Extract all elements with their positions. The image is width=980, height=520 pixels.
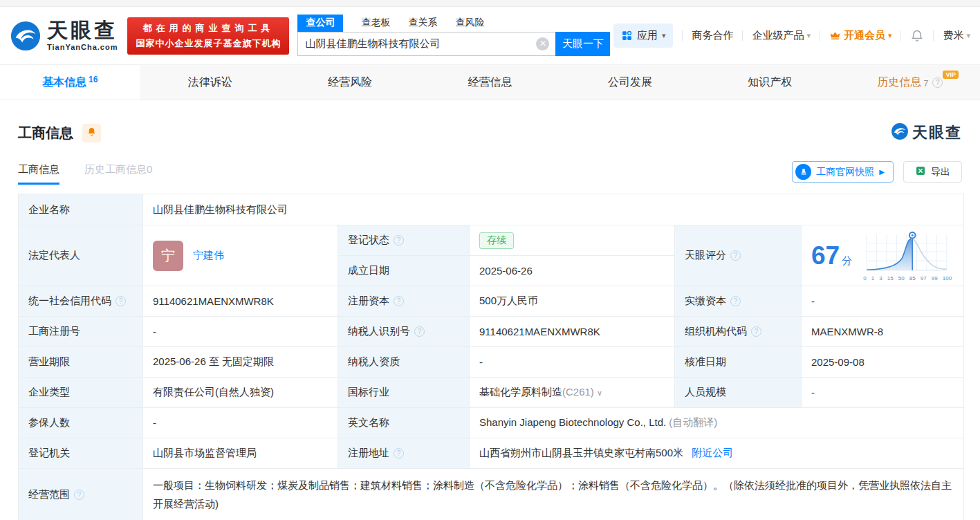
slogan-line2: 国家中小企业发展子基金旗下机构 — [136, 37, 281, 50]
notifications-button[interactable] — [910, 29, 924, 43]
tab-history-info[interactable]: VIP 历史信息 7 ? — [840, 65, 980, 100]
apps-button[interactable]: 应用 ▾ — [613, 24, 674, 48]
brand-slogan-banner: 都在用的商业查询工具 国家中小企业发展子基金旗下机构 — [127, 17, 289, 55]
field-label: 企业名称 — [19, 194, 143, 225]
score-distribution-chart: 0131550859799100 — [862, 230, 953, 281]
business-term-value: 2025-06-26 至 无固定期限 — [143, 347, 338, 378]
help-icon[interactable]: ? — [394, 448, 404, 458]
field-label: 工商注册号 — [19, 317, 143, 347]
help-icon[interactable]: ? — [74, 490, 84, 500]
help-icon[interactable]: ? — [414, 326, 425, 337]
establish-date-value: 2025-06-26 — [470, 256, 675, 286]
search-tab-risk[interactable]: 查风险 — [455, 17, 484, 32]
approval-date-value: 2025-09-08 — [802, 347, 964, 378]
paid-capital-value: - — [802, 286, 964, 317]
table-row: 登记机关 山阴县市场监督管理局 注册地址? 山西省朔州市山阴县玉井镇史家屯村南5… — [19, 438, 964, 469]
subtab-business-info[interactable]: 工商信息 — [18, 163, 59, 185]
divider — [900, 30, 901, 41]
section-title: 工商信息 — [18, 124, 73, 142]
legal-rep-avatar[interactable]: 宁 — [153, 241, 183, 271]
help-icon[interactable]: ? — [751, 326, 761, 337]
reg-authority-value: 山阴县市场监督管理局 — [143, 438, 338, 469]
excel-icon — [915, 165, 926, 178]
company-name-value: 山阴县佳鹏生物科技有限公司 — [143, 194, 964, 225]
table-row: 企业名称 山阴县佳鹏生物科技有限公司 — [19, 194, 964, 225]
search-block: 查公司 查老板 查关系 查风险 ✕ 天眼一下 — [297, 15, 610, 56]
nearby-companies-link[interactable]: 附近公司 — [692, 447, 733, 458]
top-nav: 应用 ▾ 商务合作 企业级产品 ▾ 开通会员 ▾ 费米 ▾ — [613, 24, 970, 48]
company-type-value: 有限责任公司(自然人独资) — [143, 378, 338, 408]
tab-basic-info[interactable]: 基本信息 16 — [0, 65, 140, 100]
field-label: 核准日期 — [675, 347, 802, 378]
field-label: 法定代表人 — [19, 225, 143, 286]
apps-grid-icon — [621, 30, 633, 41]
help-icon[interactable]: ? — [394, 235, 404, 245]
field-label: 实缴资本? — [675, 286, 802, 317]
tianyancha-logo[interactable]: 天眼查 TianYanCha.com — [10, 20, 118, 52]
official-snapshot-button[interactable]: 工商官网快照 ▶ — [792, 161, 894, 183]
reg-address-value: 山西省朔州市山阴县玉井镇史家屯村南500米 — [479, 447, 683, 458]
search-tab-relation[interactable]: 查关系 — [408, 17, 437, 32]
subtab-history-business-info[interactable]: 历史工商信息0 — [84, 163, 152, 185]
legal-rep-link[interactable]: 宁建伟 — [193, 249, 224, 262]
help-icon[interactable]: ? — [730, 250, 741, 261]
caret-down-icon: ▾ — [966, 31, 970, 40]
field-label: 登记状态? — [338, 225, 470, 256]
search-tab-boss[interactable]: 查老板 — [361, 17, 390, 32]
field-label: 英文名称 — [338, 408, 470, 438]
section-watermark-logo: 天眼查 — [891, 122, 962, 143]
business-info-table: 企业名称 山阴县佳鹏生物科技有限公司 法定代表人 宁 宁建伟 登记状态? 存续 … — [18, 194, 964, 520]
user-menu[interactable]: 费米 ▾ — [943, 29, 970, 42]
field-label: 参保人数 — [19, 408, 143, 438]
staff-size-value: - — [802, 378, 964, 408]
search-button[interactable]: 天眼一下 — [555, 32, 610, 56]
chevron-down-icon[interactable]: ∨ — [597, 389, 602, 397]
user-name: 费米 — [943, 29, 963, 42]
score-cell: 67分 — [802, 225, 964, 286]
table-row: 经营范围? 一般项目：生物饲料研发；煤炭及制品销售；建筑材料销售；涂料制造（不含… — [19, 469, 964, 520]
tab-intellectual-property[interactable]: 知识产权 — [700, 65, 840, 100]
field-label: 企业类型 — [19, 378, 143, 408]
help-icon[interactable]: ? — [394, 296, 404, 306]
apps-label: 应用 — [637, 29, 658, 42]
tab-operation-risk[interactable]: 经营风险 — [280, 65, 420, 100]
field-label: 纳税人识别号? — [338, 317, 470, 347]
reg-address-cell: 山西省朔州市山阴县玉井镇史家屯村南500米 附近公司 — [470, 438, 964, 469]
nav-enterprise-products[interactable]: 企业级产品 ▾ — [752, 29, 811, 42]
industry-code: (C261) — [562, 386, 594, 398]
bell-icon — [910, 29, 924, 43]
table-row: 营业期限 2025-06-26 至 无固定期限 纳税人资质 - 核准日期 202… — [19, 347, 964, 378]
logo-name: 天眼查 — [47, 20, 118, 41]
nav-business-coop[interactable]: 商务合作 — [692, 29, 733, 42]
english-name-value: Shanyin Jiapeng Biotechnology Co., Ltd. — [479, 416, 666, 428]
help-icon[interactable]: ? — [730, 296, 741, 306]
export-button[interactable]: 导出 — [903, 161, 962, 183]
help-icon[interactable]: ? — [115, 296, 126, 306]
field-label: 注册资本? — [338, 286, 470, 317]
logo-domain: TianYanCha.com — [47, 44, 118, 51]
tab-legal-litigation[interactable]: 法律诉讼 — [140, 65, 279, 100]
search-tabs: 查公司 查老板 查关系 查风险 — [297, 15, 610, 32]
search-input[interactable] — [297, 32, 555, 56]
tianyancha-logo-icon — [10, 20, 41, 52]
field-label: 组织机构代码? — [675, 317, 802, 347]
slogan-line1: 都在用的商业查询工具 — [136, 22, 281, 35]
field-label: 纳税人资质 — [338, 347, 470, 378]
field-label: 登记机关 — [19, 438, 143, 469]
tab-basic-info-count: 16 — [89, 75, 98, 84]
help-icon[interactable]: ? — [932, 77, 943, 88]
tab-operation-info[interactable]: 经营信息 — [420, 65, 560, 100]
subscribe-bell-button[interactable] — [82, 124, 101, 142]
tianyancha-logo-icon — [891, 122, 909, 143]
search-tab-company[interactable]: 查公司 — [297, 15, 343, 32]
stamp-icon — [795, 164, 811, 180]
business-scope-value: 一般项目：生物饲料研发；煤炭及制品销售；建筑材料销售；涂料制造（不含危险化学品）… — [143, 469, 964, 520]
nav-open-vip[interactable]: 开通会员 ▾ — [829, 29, 892, 42]
taxpayer-quality-value: - — [470, 347, 675, 378]
tab-company-development[interactable]: 公司发展 — [560, 65, 700, 100]
caret-down-icon: ▾ — [806, 31, 811, 40]
org-code-value: MAENXMWR-8 — [802, 317, 964, 347]
field-label: 营业期限 — [19, 347, 143, 378]
reg-status-cell: 存续 — [470, 225, 675, 256]
arrow-right-icon: ▶ — [879, 168, 885, 176]
